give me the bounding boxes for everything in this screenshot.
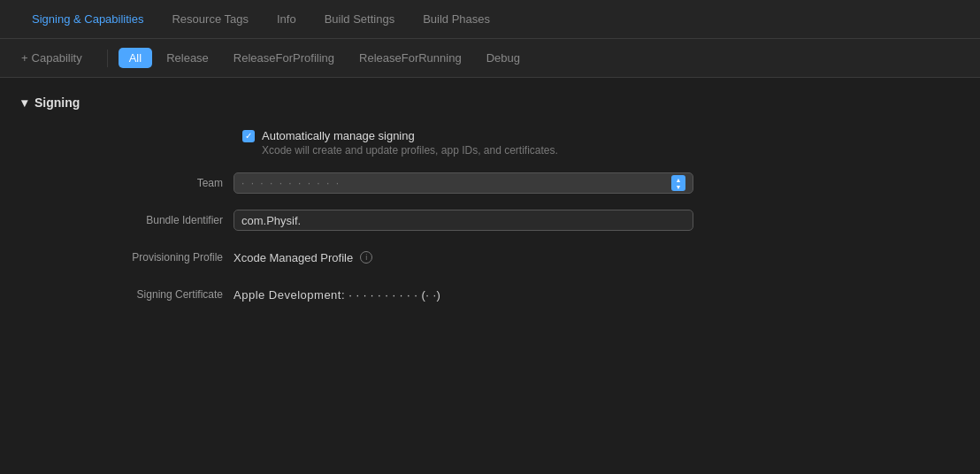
filter-separator	[107, 50, 108, 67]
plus-icon: +	[21, 51, 28, 65]
checkmark-icon: ✓	[245, 132, 252, 141]
signing-section-header: ▾ Signing	[21, 96, 959, 110]
tab-info[interactable]: Info	[263, 5, 310, 33]
main-content: ▾ Signing ✓ Automatically manage signing…	[0, 78, 980, 337]
filter-tab-release[interactable]: Release	[156, 48, 219, 68]
stepper-down-icon: ▼	[676, 184, 682, 190]
stepper-up-icon: ▲	[676, 177, 682, 183]
add-capability-button[interactable]: + Capability	[14, 48, 89, 68]
section-collapse-icon[interactable]: ▾	[21, 96, 27, 110]
filter-tab-debug[interactable]: Debug	[476, 48, 531, 68]
filter-tab-all[interactable]: All	[119, 48, 152, 68]
add-capability-label: Capability	[32, 51, 82, 65]
signing-certificate-label: Signing Certificate	[57, 288, 234, 301]
bundle-identifier-input[interactable]	[234, 210, 693, 231]
filter-tab-release-profiling[interactable]: ReleaseForProfiling	[223, 48, 345, 68]
auto-signing-checkbox[interactable]: ✓	[242, 130, 255, 142]
signing-section-title: Signing	[34, 96, 80, 110]
filter-tab-release-running[interactable]: ReleaseForRunning	[348, 48, 472, 68]
bundle-identifier-row: Bundle Identifier	[57, 208, 959, 233]
auto-signing-row: ✓ Automatically manage signing Xcode wil…	[57, 127, 959, 157]
signing-form: ✓ Automatically manage signing Xcode wil…	[21, 127, 959, 307]
auto-signing-label: Automatically manage signing	[262, 129, 415, 142]
team-label: Team	[57, 177, 234, 189]
provisioning-profile-label: Provisioning Profile	[57, 251, 234, 264]
provisioning-profile-value: Xcode Managed Profile i	[234, 251, 372, 264]
auto-signing-checkbox-wrapper: ✓ Automatically manage signing	[242, 129, 558, 142]
auto-signing-sublabel: Xcode will create and update profiles, a…	[262, 144, 558, 157]
tab-build-settings[interactable]: Build Settings	[310, 5, 410, 33]
provisioning-profile-row: Provisioning Profile Xcode Managed Profi…	[57, 245, 959, 270]
team-row: Team · · · · · · · · · · · ▲ ▼	[57, 171, 959, 195]
tab-build-phases[interactable]: Build Phases	[409, 5, 504, 33]
top-tab-bar: Signing & Capabilities Resource Tags Inf…	[0, 0, 980, 39]
team-dropdown-value: · · · · · · · · · · ·	[241, 177, 341, 189]
team-dropdown[interactable]: · · · · · · · · · · · ▲ ▼	[234, 172, 693, 194]
signing-certificate-row: Signing Certificate Apple Development: ·…	[57, 282, 959, 307]
tab-resource-tags[interactable]: Resource Tags	[157, 5, 262, 33]
team-stepper[interactable]: ▲ ▼	[671, 175, 685, 191]
signing-certificate-value: Apple Development: · · · · · · · · · · (…	[234, 288, 440, 302]
filter-bar: + Capability All Release ReleaseForProfi…	[0, 39, 980, 78]
info-icon: i	[365, 253, 367, 262]
tab-signing-capabilities[interactable]: Signing & Capabilities	[18, 5, 157, 33]
bundle-identifier-label: Bundle Identifier	[57, 214, 234, 226]
provisioning-profile-text: Xcode Managed Profile	[234, 251, 353, 264]
provisioning-info-button[interactable]: i	[360, 251, 372, 264]
